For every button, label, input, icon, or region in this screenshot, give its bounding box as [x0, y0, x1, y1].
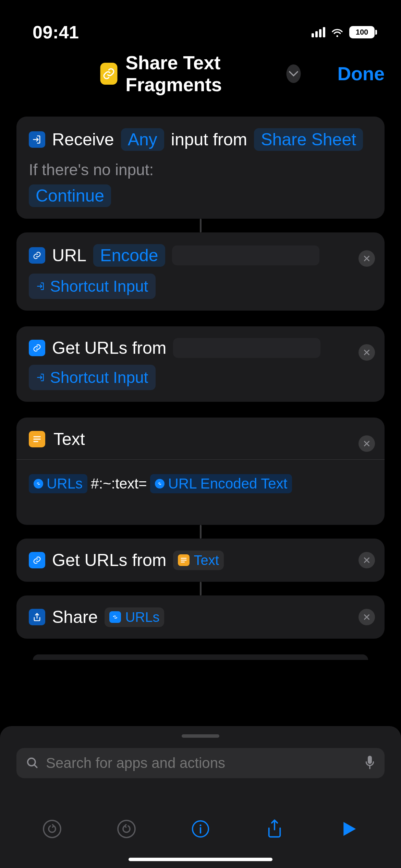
delete-action-button[interactable] — [359, 435, 375, 452]
action-get-urls-1[interactable]: Get URLs from Shortcut Input — [16, 326, 385, 402]
connector-line — [200, 525, 202, 539]
connector-line — [200, 582, 202, 595]
variable-url-encoded-text[interactable]: URL Encoded Text — [150, 474, 292, 493]
label-text: Text — [53, 429, 85, 449]
actions-drawer[interactable] — [0, 726, 401, 868]
undo-button[interactable] — [38, 815, 66, 843]
label-no-input: If there's no input: — [29, 160, 154, 179]
action-text[interactable]: Text URLs #:~:text= URL Encoded Text — [16, 418, 385, 525]
label-share: Share — [52, 607, 98, 627]
chevron-down-icon[interactable] — [287, 64, 301, 83]
variable-urls[interactable]: URLs — [105, 607, 164, 627]
param-input-type[interactable]: Any — [121, 128, 164, 151]
share-icon — [29, 609, 45, 625]
link-icon — [29, 552, 45, 568]
action-receive-input[interactable]: Receive Any input from Share Sheet If th… — [16, 117, 385, 219]
delete-action-button[interactable] — [359, 344, 375, 361]
empty-param-slot[interactable] — [173, 338, 320, 358]
input-icon — [29, 131, 45, 148]
delete-action-button[interactable] — [359, 250, 375, 267]
svg-point-2 — [44, 820, 61, 837]
dictate-icon[interactable] — [365, 755, 375, 771]
done-button[interactable]: Done — [338, 63, 385, 85]
cellular-icon — [312, 27, 325, 37]
nav-bar: Share Text Fragments Done — [0, 51, 401, 96]
label-get-urls-from: Get URLs from — [52, 550, 166, 570]
label-input-from: input from — [171, 130, 247, 149]
share-button[interactable] — [260, 815, 289, 843]
variable-shortcut-input[interactable]: Shortcut Input — [29, 365, 156, 390]
search-input[interactable] — [46, 755, 358, 771]
run-button[interactable] — [335, 815, 363, 843]
page-title[interactable]: Share Text Fragments — [125, 52, 278, 96]
variable-text[interactable]: Text — [173, 551, 223, 570]
info-button[interactable] — [186, 815, 215, 843]
action-share[interactable]: Share URLs — [16, 595, 385, 639]
svg-rect-1 — [368, 756, 372, 764]
workflow-canvas[interactable]: Receive Any input from Share Sheet If th… — [0, 96, 401, 660]
label-get-urls-from: Get URLs from — [52, 338, 166, 358]
search-bar[interactable] — [16, 748, 385, 778]
wifi-icon — [330, 27, 344, 38]
link-icon — [29, 247, 45, 264]
status-time: 09:41 — [33, 22, 79, 43]
text-icon — [29, 431, 45, 447]
text-literal: #:~:text= — [91, 475, 147, 492]
label-receive: Receive — [52, 130, 114, 149]
delete-action-button[interactable] — [359, 609, 375, 625]
redo-button[interactable] — [112, 815, 141, 843]
status-bar: 09:41 100 — [0, 0, 401, 51]
home-indicator[interactable] — [129, 858, 272, 861]
bottom-toolbar — [0, 815, 401, 843]
delete-action-button[interactable] — [359, 552, 375, 568]
empty-param-slot[interactable] — [172, 245, 319, 265]
action-get-urls-2[interactable]: Get URLs from Text — [16, 539, 385, 582]
variable-urls[interactable]: URLs — [29, 474, 87, 493]
param-no-input-behavior[interactable]: Continue — [29, 184, 111, 207]
status-indicators: 100 — [312, 26, 377, 38]
label-url: URL — [52, 245, 86, 265]
drawer-grabber[interactable] — [182, 734, 219, 738]
svg-point-3 — [118, 820, 135, 837]
action-url-encode[interactable]: URL Encode Shortcut Input — [16, 232, 385, 311]
param-input-source[interactable]: Share Sheet — [254, 128, 363, 151]
text-content-field[interactable]: URLs #:~:text= URL Encoded Text — [16, 459, 385, 525]
variable-shortcut-input[interactable]: Shortcut Input — [29, 274, 156, 299]
param-encode-mode[interactable]: Encode — [93, 244, 165, 267]
connector-line — [200, 219, 202, 232]
next-card-peek[interactable] — [33, 654, 368, 660]
shortcut-icon — [100, 63, 118, 85]
link-icon — [29, 340, 45, 356]
battery-icon: 100 — [349, 26, 377, 38]
svg-point-5 — [199, 824, 201, 826]
search-icon — [26, 757, 39, 770]
